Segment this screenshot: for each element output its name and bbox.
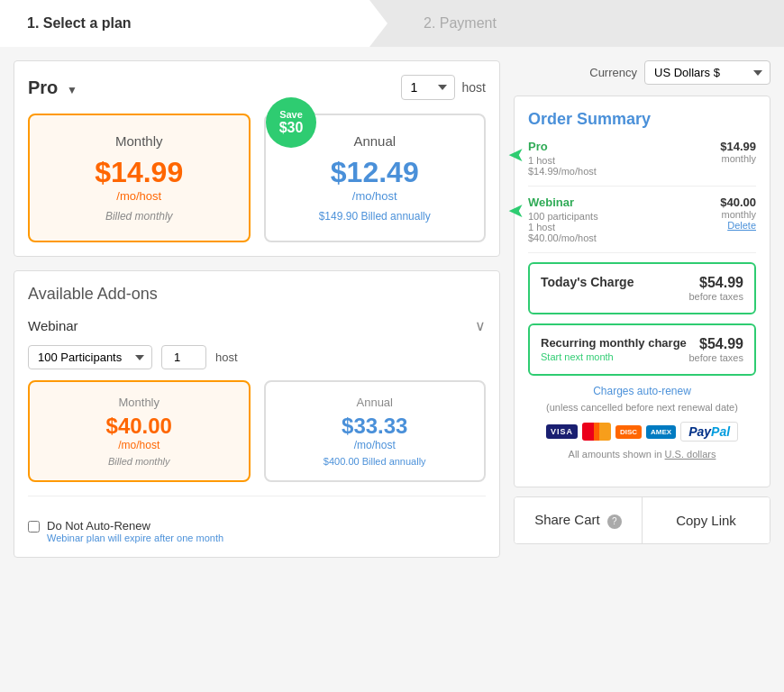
host-label: host — [462, 80, 486, 95]
mastercard-icon — [582, 423, 611, 441]
plan-annual-unit: /mo/host — [284, 189, 467, 203]
webinar-host-label: host — [215, 351, 238, 364]
webinar-item-freq: monthly — [720, 209, 756, 220]
plan-price-cards: Save $30 Monthly $14.99 /mo/host Billed … — [28, 114, 486, 242]
copy-link-label: Copy Link — [676, 513, 736, 528]
auto-renew-checkbox[interactable] — [28, 521, 40, 533]
auto-renew-section: Do Not Auto-Renew Webinar plan will expi… — [28, 510, 486, 543]
share-cart-label: Share Cart — [534, 512, 600, 527]
usd-note: All amounts shown in U.S. dollars — [528, 449, 756, 460]
plan-monthly-price: $14.99 — [48, 156, 231, 189]
plan-monthly-title: Monthly — [48, 133, 231, 149]
todays-charge-sub: before taxes — [688, 291, 743, 302]
plan-name-dropdown[interactable]: Pro ▼ — [28, 77, 77, 98]
webinar-annual-title: Annual — [279, 396, 471, 409]
recurring-charge-row: Recurring monthly charge Start next mont… — [541, 336, 743, 363]
paypal-icon: PayPal — [680, 422, 738, 442]
plan-name-text: Pro — [28, 77, 58, 97]
step-1[interactable]: 1. Select a plan — [0, 0, 387, 47]
todays-charge-box: Today's Charge $54.99 before taxes — [528, 262, 756, 314]
recurring-charge-box: Recurring monthly charge Start next mont… — [528, 323, 756, 376]
webinar-annual-unit: /mo/host — [279, 439, 471, 451]
webinar-annual-price: $33.33 — [279, 414, 471, 439]
plan-header: Pro ▼ 12345 host — [28, 75, 486, 100]
webinar-item-detail1: 100 participants — [528, 211, 598, 222]
step-1-label: 1. Select a plan — [27, 15, 132, 32]
save-badge-amount: $30 — [279, 120, 304, 136]
recurring-charge-taxes: before taxes — [688, 352, 743, 363]
currency-label: Currency — [589, 66, 637, 79]
plan-annual-billing: $149.90 Billed annually — [284, 210, 467, 223]
webinar-monthly-billing: Billed monthly — [43, 456, 235, 467]
plan-monthly-billing: Billed monthly — [48, 210, 231, 223]
share-cart-button[interactable]: Share Cart ? — [515, 497, 643, 543]
currency-select[interactable]: US Dollars $ — [644, 60, 770, 85]
recurring-charge-sub: Start next month — [541, 351, 687, 362]
left-panel: Pro ▼ 12345 host Save $30 Monthly $14 — [14, 60, 500, 558]
host-quantity-select[interactable]: 12345 — [401, 75, 455, 100]
webinar-chevron-icon: ∨ — [475, 317, 486, 334]
auto-renew-note-sub: (unless cancelled before next renewal da… — [528, 402, 756, 413]
webinar-addon-name: Webinar — [28, 318, 78, 333]
amex-icon: AMEX — [646, 425, 676, 439]
webinar-arrow-icon: ➤ — [508, 199, 524, 223]
copy-link-button[interactable]: Copy Link — [643, 497, 770, 543]
steps-bar: 1. Select a plan 2. Payment — [0, 0, 784, 47]
plan-annual-price: $12.49 — [284, 156, 467, 189]
order-item-webinar-left: Webinar 100 participants 1 host $40.00/m… — [528, 196, 598, 243]
order-item-pro-right: $14.99 monthly — [720, 140, 756, 164]
todays-charge-row: Today's Charge $54.99 before taxes — [541, 275, 743, 302]
auto-renew-label: Do Not Auto-Renew — [47, 519, 223, 533]
pro-item-detail2: $14.99/mo/host — [528, 166, 597, 177]
order-summary-title: Order Summary — [528, 110, 756, 129]
plan-selector: Pro ▼ 12345 host Save $30 Monthly $14 — [14, 60, 500, 257]
webinar-item-name: Webinar — [528, 196, 598, 209]
pro-item-freq: monthly — [720, 153, 756, 164]
order-item-webinar-right: $40.00 monthly Delete — [720, 196, 756, 231]
webinar-controls: 100 Participants 500 Participants 1000 P… — [28, 345, 486, 369]
main-container: Pro ▼ 12345 host Save $30 Monthly $14 — [0, 47, 784, 571]
webinar-item-price: $40.00 — [720, 196, 756, 209]
participants-select[interactable]: 100 Participants 500 Participants 1000 P… — [28, 345, 152, 369]
order-item-webinar: Webinar 100 participants 1 host $40.00/m… — [528, 196, 756, 253]
webinar-annual-billing: $400.00 Billed annually — [279, 456, 471, 467]
bottom-buttons: Share Cart ? Copy Link — [514, 496, 770, 544]
pro-arrow-icon: ➤ — [508, 143, 524, 167]
auto-renew-sublabel: Webinar plan will expire after one month — [47, 533, 223, 543]
webinar-monthly-unit: /mo/host — [43, 439, 235, 451]
addons-title: Available Add-ons — [28, 285, 486, 304]
webinar-item-detail3: $40.00/mo/host — [528, 232, 598, 243]
plan-monthly-unit: /mo/host — [48, 189, 231, 203]
right-panel: Currency US Dollars $ Order Summary ➤ Pr… — [514, 60, 770, 544]
step-2-label: 2. Payment — [424, 15, 497, 32]
recurring-charge-amount: $54.99 — [688, 336, 743, 352]
recurring-charge-right: $54.99 before taxes — [688, 336, 743, 363]
webinar-monthly-card[interactable]: Monthly $40.00 /mo/host Billed monthly — [28, 380, 251, 482]
todays-charge-amount-group: $54.99 before taxes — [688, 275, 743, 302]
usd-note-strong: U.S. dollars — [665, 449, 716, 460]
addons-section: Available Add-ons Webinar ∨ 100 Particip… — [14, 270, 500, 558]
save-badge: Save $30 — [266, 97, 316, 148]
plan-dropdown-arrow: ▼ — [67, 84, 77, 96]
pro-item-name: Pro — [528, 140, 597, 153]
webinar-addon-header[interactable]: Webinar ∨ — [28, 317, 486, 334]
webinar-addon: Webinar ∨ 100 Participants 500 Participa… — [28, 317, 486, 496]
host-selector: 12345 host — [401, 75, 486, 100]
todays-charge-label: Today's Charge — [541, 275, 634, 289]
webinar-host-input[interactable] — [161, 345, 206, 369]
webinar-annual-card[interactable]: Annual $33.33 /mo/host $400.00 Billed an… — [264, 380, 487, 482]
webinar-item-detail2: 1 host — [528, 222, 598, 232]
save-badge-text: Save — [279, 109, 303, 120]
plan-monthly-card[interactable]: Monthly $14.99 /mo/host Billed monthly — [28, 114, 251, 242]
order-item-pro-left: Pro 1 host $14.99/mo/host — [528, 140, 597, 177]
share-cart-help-icon: ? — [607, 514, 622, 529]
auto-renew-text-group: Do Not Auto-Renew Webinar plan will expi… — [47, 519, 223, 543]
currency-row: Currency US Dollars $ — [514, 60, 770, 85]
visa-icon: VISA — [546, 424, 578, 439]
webinar-arrow-wrapper: ➤ Webinar 100 participants 1 host $40.00… — [528, 196, 756, 253]
payment-icons: VISA DISC AMEX PayPal — [528, 422, 756, 442]
webinar-price-cards: Monthly $40.00 /mo/host Billed monthly A… — [28, 380, 486, 482]
webinar-monthly-title: Monthly — [43, 396, 235, 409]
webinar-item-delete[interactable]: Delete — [720, 220, 756, 231]
step-2[interactable]: 2. Payment — [387, 0, 784, 47]
